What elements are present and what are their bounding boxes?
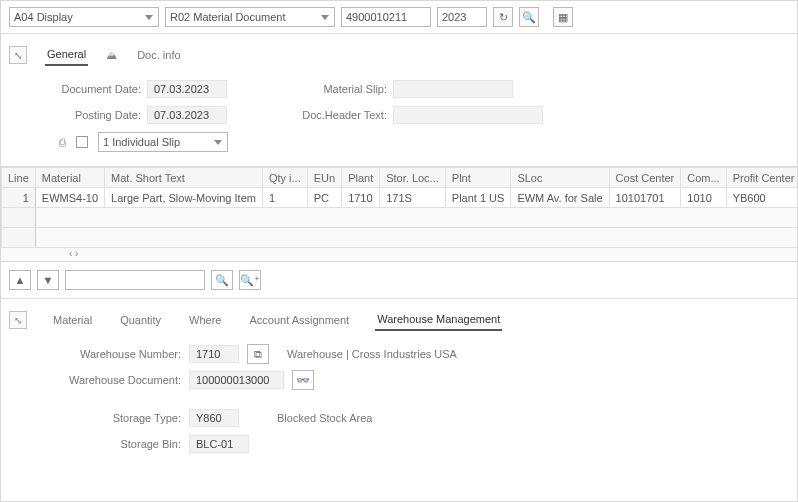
- col-line[interactable]: Line: [2, 168, 36, 188]
- mat-slip-field[interactable]: [393, 80, 513, 98]
- cell-shorttext: Large Part, Slow-Moving Item: [105, 188, 263, 208]
- toolbar: A04 Display R02 Material Document ↻ 🔍 ▦: [1, 1, 797, 34]
- find-next-icon[interactable]: 🔍⁺: [239, 270, 261, 290]
- slip-select[interactable]: 1 Individual Slip: [98, 132, 228, 152]
- tab-where[interactable]: Where: [187, 310, 223, 330]
- help-icon[interactable]: ▦: [553, 7, 573, 27]
- wh-desc-text: Warehouse | Cross Industries USA: [287, 348, 457, 360]
- hdr-text-field[interactable]: [393, 106, 543, 124]
- cell-qty: 1: [262, 188, 307, 208]
- print-checkbox[interactable]: [76, 136, 88, 148]
- collapse-top-icon[interactable]: ⤡: [9, 46, 27, 64]
- cell-profitcenter: YB600: [726, 188, 797, 208]
- cell-material: EWMS4-10: [35, 188, 104, 208]
- print-icon[interactable]: ⎙: [59, 136, 66, 148]
- wh-num-field[interactable]: 1710: [189, 345, 239, 363]
- sort-desc-icon[interactable]: ▼: [37, 270, 59, 290]
- col-profitcenter[interactable]: Profit Center: [726, 168, 797, 188]
- refresh-icon[interactable]: ↻: [493, 7, 513, 27]
- stor-type-field[interactable]: Y860: [189, 409, 239, 427]
- wh-doc-label: Warehouse Document:: [51, 374, 181, 386]
- cell-storloc: 171S: [380, 188, 446, 208]
- wh-num-search-icon[interactable]: ⧉: [247, 344, 269, 364]
- col-com[interactable]: Com...: [681, 168, 726, 188]
- slip-select-text: 1 Individual Slip: [103, 136, 180, 148]
- items-table: Line Material Mat. Short Text Qty i... E…: [1, 167, 797, 248]
- cell-com: 1010: [681, 188, 726, 208]
- detail-tabs: ⤡ Material Quantity Where Account Assign…: [1, 298, 797, 331]
- doc-date-field[interactable]: 07.03.2023: [147, 80, 227, 98]
- col-costcenter[interactable]: Cost Center: [609, 168, 681, 188]
- table-search-input[interactable]: [65, 270, 205, 290]
- cell-sloc: EWM Av. for Sale: [511, 188, 609, 208]
- items-table-wrap: Line Material Mat. Short Text Qty i... E…: [1, 166, 797, 262]
- doc-number-input[interactable]: [341, 7, 431, 27]
- wh-num-label: Warehouse Number:: [51, 348, 181, 360]
- cell-line: 1: [2, 188, 36, 208]
- col-material[interactable]: Material: [35, 168, 104, 188]
- col-eun[interactable]: EUn: [307, 168, 341, 188]
- tab-general[interactable]: General: [45, 44, 88, 66]
- table-header-row: Line Material Mat. Short Text Qty i... E…: [2, 168, 798, 188]
- cell-eun: PC: [307, 188, 341, 208]
- tab-material[interactable]: Material: [51, 310, 94, 330]
- hdr-text-label: Doc.Header Text:: [277, 109, 387, 121]
- mat-slip-label: Material Slip:: [277, 83, 387, 95]
- tab-quantity[interactable]: Quantity: [118, 310, 163, 330]
- mode-select-text: A04 Display: [14, 11, 73, 23]
- tab-docinfo[interactable]: Doc. info: [135, 45, 182, 65]
- cell-costcenter: 10101701: [609, 188, 681, 208]
- tab-account-assignment[interactable]: Account Assignment: [248, 310, 352, 330]
- sort-asc-icon[interactable]: ▲: [9, 270, 31, 290]
- find-icon[interactable]: 🔍: [211, 270, 233, 290]
- table-row-empty: [2, 228, 798, 248]
- stor-bin-field[interactable]: BLC-01: [189, 435, 249, 453]
- object-select[interactable]: R02 Material Document: [165, 7, 335, 27]
- doc-date-label: Document Date:: [41, 83, 141, 95]
- col-qty[interactable]: Qty i...: [262, 168, 307, 188]
- col-plant[interactable]: Plant: [342, 168, 380, 188]
- col-sloc[interactable]: SLoc: [511, 168, 609, 188]
- wm-panel: Warehouse Number: 1710 ⧉ Warehouse | Cro…: [1, 331, 797, 463]
- tab-warehouse-management[interactable]: Warehouse Management: [375, 309, 502, 331]
- year-input[interactable]: [437, 7, 487, 27]
- mode-select[interactable]: A04 Display: [9, 7, 159, 27]
- section-header-top: ⤡ General ⛰ Doc. info: [1, 34, 797, 66]
- col-storloc[interactable]: Stor. Loc...: [380, 168, 446, 188]
- table-row[interactable]: 1 EWMS4-10 Large Part, Slow-Moving Item …: [2, 188, 798, 208]
- table-scroll-indicator: ‹ ›: [69, 248, 78, 259]
- header-form: Document Date: 07.03.2023 Posting Date: …: [1, 66, 797, 156]
- table-row-empty: [2, 208, 798, 228]
- cell-plnt: Plant 1 US: [445, 188, 511, 208]
- vendor-icon[interactable]: ⛰: [106, 49, 117, 61]
- col-shorttext[interactable]: Mat. Short Text: [105, 168, 263, 188]
- col-plnt[interactable]: Plnt: [445, 168, 511, 188]
- wh-doc-field[interactable]: 100000013000: [189, 371, 284, 389]
- cell-plant: 1710: [342, 188, 380, 208]
- wh-doc-glasses-icon[interactable]: 👓: [292, 370, 314, 390]
- stor-type-desc: Blocked Stock Area: [277, 412, 372, 424]
- post-date-label: Posting Date:: [41, 109, 141, 121]
- object-select-text: R02 Material Document: [170, 11, 286, 23]
- collapse-detail-icon[interactable]: ⤡: [9, 311, 27, 329]
- stor-bin-label: Storage Bin:: [51, 438, 181, 450]
- stor-type-label: Storage Type:: [51, 412, 181, 424]
- search-icon[interactable]: 🔍: [519, 7, 539, 27]
- table-toolbar: ▲ ▼ 🔍 🔍⁺: [1, 262, 797, 298]
- post-date-field[interactable]: 07.03.2023: [147, 106, 227, 124]
